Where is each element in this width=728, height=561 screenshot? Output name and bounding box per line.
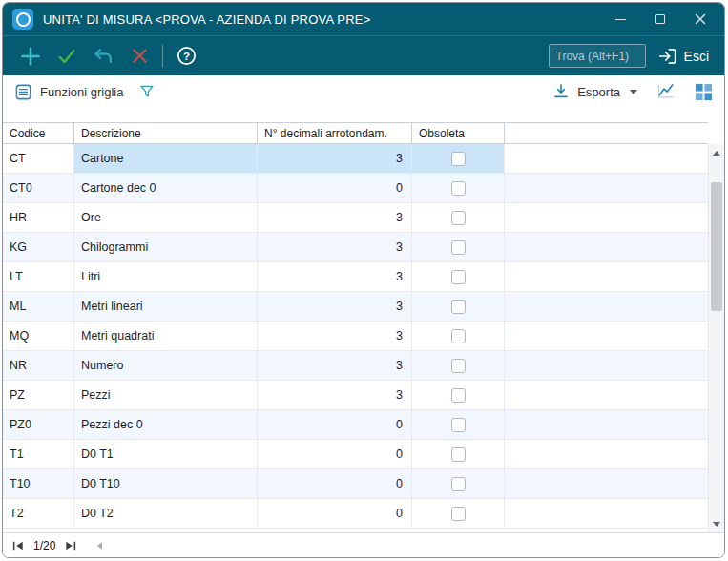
cell-filler xyxy=(505,174,708,202)
exit-button[interactable]: Esci xyxy=(646,47,715,66)
obsoleta-checkbox[interactable] xyxy=(451,507,466,521)
cell-codice: LT xyxy=(3,262,74,291)
undo-icon xyxy=(93,46,114,67)
cell-descrizione: Metri quadrati xyxy=(74,322,258,350)
table-row[interactable]: T10 D0 T10 0 xyxy=(3,469,708,499)
x-icon xyxy=(130,46,150,66)
chart-view-button[interactable] xyxy=(656,82,676,101)
cell-decimali: 0 xyxy=(258,499,412,528)
table-row[interactable]: KG Chilogrammi 3 xyxy=(3,233,708,262)
cell-filler xyxy=(505,351,708,380)
cell-codice: T2 xyxy=(3,499,74,528)
cell-filler xyxy=(505,322,708,350)
table-row[interactable]: PZ0 Pezzi dec 0 0 xyxy=(3,410,708,440)
obsoleta-checkbox[interactable] xyxy=(451,447,466,462)
cell-codice: PZ0 xyxy=(3,410,74,439)
scrollbar-thumb[interactable] xyxy=(711,182,722,311)
find-input[interactable] xyxy=(549,44,646,68)
undo-button[interactable] xyxy=(85,41,121,72)
obsoleta-checkbox[interactable] xyxy=(451,477,466,491)
scroll-left-button[interactable] xyxy=(94,540,105,551)
table-row[interactable]: T2 D0 T2 0 xyxy=(3,499,708,529)
first-record-button[interactable] xyxy=(11,540,25,551)
export-button[interactable]: Esporta xyxy=(552,83,637,100)
cell-descrizione: D0 T10 xyxy=(74,469,258,498)
gap xyxy=(3,108,724,122)
cell-decimali: 3 xyxy=(258,233,412,261)
cell-filler xyxy=(505,440,708,468)
obsoleta-checkbox[interactable] xyxy=(451,388,466,403)
add-button[interactable] xyxy=(12,41,49,72)
table-row[interactable]: T1 D0 T1 0 xyxy=(3,440,708,469)
header-codice[interactable]: Codice xyxy=(3,123,74,143)
titlebar: UNITA' DI MISURA <PROVA - AZIENDA DI PRO… xyxy=(3,3,724,35)
statusbar: 1/20 xyxy=(3,532,724,557)
table-row[interactable]: ML Metri lineari 3 xyxy=(3,292,708,322)
minimize-button[interactable] xyxy=(600,6,640,32)
maximize-button[interactable] xyxy=(640,6,680,32)
main-toolbar: ? Esci xyxy=(3,35,724,75)
close-button[interactable] xyxy=(680,6,720,32)
svg-text:?: ? xyxy=(182,51,189,62)
cell-obsoleta xyxy=(412,410,505,439)
cell-obsoleta xyxy=(412,440,505,468)
obsoleta-checkbox[interactable] xyxy=(451,152,466,166)
obsoleta-checkbox[interactable] xyxy=(451,300,466,314)
table-row[interactable]: CT0 Cartone dec 0 0 xyxy=(3,174,708,203)
minimize-icon xyxy=(615,19,626,20)
cell-filler xyxy=(505,381,708,409)
triangle-down-icon xyxy=(713,522,720,527)
last-record-button[interactable] xyxy=(64,540,77,551)
triangle-up-icon xyxy=(713,151,720,156)
gridbar-right-group: Esporta xyxy=(552,82,713,101)
export-label: Esporta xyxy=(577,85,620,99)
table-row[interactable]: HR Ore 3 xyxy=(3,203,708,233)
help-icon: ? xyxy=(176,45,198,67)
filter-icon xyxy=(138,83,156,100)
scroll-down-button[interactable] xyxy=(709,516,724,531)
delete-button[interactable] xyxy=(121,41,157,72)
grid-functions-button[interactable]: Funzioni griglia xyxy=(14,83,123,101)
grid-functions-label: Funzioni griglia xyxy=(40,85,123,99)
vertical-scrollbar[interactable] xyxy=(708,144,724,532)
header-descrizione[interactable]: Descrizione xyxy=(74,123,258,143)
cell-descrizione: Pezzi dec 0 xyxy=(74,410,258,439)
table-row[interactable]: NR Numero 3 xyxy=(3,351,708,381)
obsoleta-checkbox[interactable] xyxy=(451,240,466,255)
plus-icon xyxy=(19,45,42,68)
header-obsoleta[interactable]: Obsoleta xyxy=(412,123,505,143)
table-row[interactable]: PZ Pezzi 3 xyxy=(3,381,708,410)
first-record-icon xyxy=(11,540,25,551)
cell-decimali: 3 xyxy=(258,292,412,321)
cell-obsoleta xyxy=(412,262,505,291)
table-area: Codice Descrizione N° decimali arrotonda… xyxy=(3,122,724,532)
table-row[interactable]: CT Cartone 3 xyxy=(3,144,708,174)
obsoleta-checkbox[interactable] xyxy=(451,329,466,343)
obsoleta-checkbox[interactable] xyxy=(451,181,466,196)
cell-obsoleta xyxy=(412,203,505,232)
help-button[interactable]: ? xyxy=(168,41,204,72)
obsoleta-checkbox[interactable] xyxy=(451,418,466,432)
header-filler xyxy=(505,123,708,143)
grid-view-button[interactable] xyxy=(695,83,713,101)
table-row[interactable]: LT Litri 3 xyxy=(3,262,708,292)
header-decimali[interactable]: N° decimali arrotondam. xyxy=(258,123,412,143)
scroll-up-button[interactable] xyxy=(709,145,724,160)
cell-filler xyxy=(505,499,708,528)
app-logo-icon xyxy=(12,9,33,30)
obsoleta-checkbox[interactable] xyxy=(451,270,466,284)
cell-obsoleta xyxy=(412,174,505,202)
obsoleta-checkbox[interactable] xyxy=(451,211,466,225)
table-row[interactable]: MQ Metri quadrati 3 xyxy=(3,322,708,351)
cell-descrizione: Metri lineari xyxy=(74,292,258,321)
app-window: UNITA' DI MISURA <PROVA - AZIENDA DI PRO… xyxy=(2,2,725,558)
confirm-button[interactable] xyxy=(49,41,85,72)
filter-button[interactable] xyxy=(138,83,156,100)
cell-decimali: 3 xyxy=(258,351,412,380)
obsoleta-checkbox[interactable] xyxy=(451,359,466,373)
cell-filler xyxy=(505,292,708,321)
list-icon xyxy=(14,83,32,101)
last-record-icon xyxy=(64,540,77,551)
cell-filler xyxy=(505,262,708,291)
cell-descrizione: Cartone dec 0 xyxy=(74,174,258,202)
